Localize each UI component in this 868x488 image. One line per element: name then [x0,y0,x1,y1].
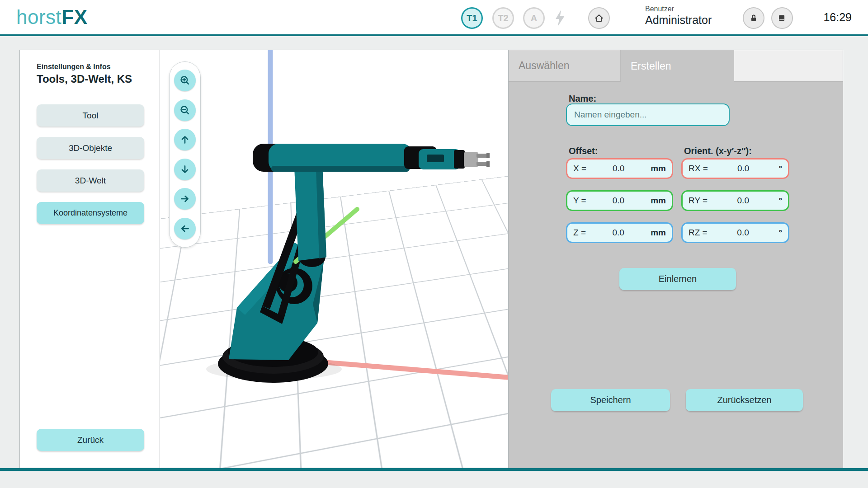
user-info: Benutzer Administrator [645,5,712,27]
field-value: 0.0 [586,228,651,238]
manual-button[interactable] [771,7,793,29]
name-input[interactable] [566,103,730,126]
arrow-up-icon [179,134,191,145]
field-unit: ° [778,196,782,206]
3d-viewport[interactable] [160,50,508,468]
robot-scene [160,50,508,468]
offset-x-field[interactable]: X = 0.0 mm [566,158,673,179]
book-icon [777,13,788,23]
field-unit: mm [651,196,666,206]
user-label: Benutzer [645,5,712,13]
field-label: RX = [689,164,708,174]
field-value: 0.0 [708,164,779,174]
power-status-icon [554,9,566,28]
mode-t2-button[interactable]: T2 [492,7,514,29]
arrow-left-icon [179,223,191,235]
arrow-right-icon [179,193,191,205]
sidebar-item-label: Tool [83,111,99,121]
settings-sidebar: Einstellungen & Infos Tools, 3D-Welt, KS… [20,50,160,468]
name-label: Name: [569,94,596,104]
logo-light-part: horst [16,6,61,28]
orient-label: Orient. (x-y′-z″): [684,146,752,156]
tab-erstellen[interactable]: Erstellen [621,50,734,82]
field-unit: ° [778,164,782,174]
orient-rz-field[interactable]: RZ = 0.0 ° [681,222,789,243]
zoom-out-icon [179,104,191,116]
mode-t2-label: T2 [498,13,508,23]
save-button-label: Speichern [590,395,631,405]
mode-t1-button[interactable]: T1 [461,7,483,29]
pan-right-button[interactable] [174,188,196,210]
main-content: Einstellungen & Infos Tools, 3D-Welt, KS… [19,50,843,468]
pan-left-button[interactable] [174,218,196,239]
field-value: 0.0 [586,196,651,206]
field-label: Z = [573,228,586,238]
save-button[interactable]: Speichern [551,389,670,411]
user-name: Administrator [645,14,712,27]
teach-button[interactable]: Einlernen [619,268,736,290]
mode-t1-label: T1 [467,13,477,23]
viewport-toolbar [169,61,201,248]
clock: 16:29 [823,0,852,34]
app-logo: horstFX [16,0,88,34]
tab-auswaehlen[interactable]: Auswählen [509,50,621,82]
home-icon [594,13,604,23]
sidebar-item-3d-welt[interactable]: 3D-Welt [37,169,144,192]
offset-z-field[interactable]: Z = 0.0 mm [566,222,673,243]
sidebar-item-label: Koordinatensysteme [53,208,127,218]
home-button[interactable] [588,7,610,29]
sidebar-item-3d-objekte[interactable]: 3D-Objekte [37,137,144,159]
lock-icon [748,13,759,23]
arrow-down-icon [179,164,191,175]
field-label: RZ = [689,228,708,238]
field-label: Y = [573,196,586,206]
field-label: RY = [689,196,708,206]
back-button-label: Zurück [77,435,104,445]
coordinate-system-panel: Auswählen Erstellen Name: Offset: Orient… [508,50,843,468]
lock-button[interactable] [743,7,764,29]
reset-button-label: Zurücksetzen [717,395,771,405]
zoom-out-button[interactable] [174,99,196,121]
reset-button[interactable]: Zurücksetzen [686,389,803,411]
field-value: 0.0 [708,196,778,206]
zoom-in-button[interactable] [174,70,196,91]
logo-bold-part: FX [61,6,87,28]
mode-auto-button[interactable]: A [523,7,545,29]
field-value: 0.0 [586,164,651,174]
sidebar-item-label: 3D-Objekte [69,143,112,153]
tab-label: Erstellen [631,60,671,72]
tab-label: Auswählen [519,60,570,72]
panel-tabs: Auswählen Erstellen [509,50,843,82]
zoom-in-icon [179,75,191,86]
bottom-accent-bar [0,468,868,471]
mode-auto-label: A [531,13,537,23]
orient-ry-field[interactable]: RY = 0.0 ° [681,190,789,211]
sidebar-title: Tools, 3D-Welt, KS [37,73,132,85]
sidebar-subtitle: Einstellungen & Infos [37,63,111,71]
tab-empty [734,50,843,82]
field-unit: mm [651,228,666,238]
sidebar-item-tool[interactable]: Tool [37,104,144,127]
robot-gripper [464,152,490,167]
field-value: 0.0 [708,228,779,238]
orient-rx-field[interactable]: RX = 0.0 ° [681,158,789,179]
robot-horizontal-arm [253,144,465,172]
teach-button-label: Einlernen [659,274,697,284]
pan-up-button[interactable] [174,129,196,150]
pan-down-button[interactable] [174,159,196,180]
field-unit: mm [651,164,666,174]
field-label: X = [573,164,586,174]
sidebar-item-label: 3D-Welt [75,176,106,186]
offset-y-field[interactable]: Y = 0.0 mm [566,190,673,211]
sidebar-item-koordinatensysteme[interactable]: Koordinatensysteme [37,202,144,224]
field-unit: ° [778,228,782,238]
top-bar: horstFX T1 T2 A Benutzer Administrator [0,0,868,36]
back-button[interactable]: Zurück [37,429,144,451]
offset-label: Offset: [569,146,598,156]
